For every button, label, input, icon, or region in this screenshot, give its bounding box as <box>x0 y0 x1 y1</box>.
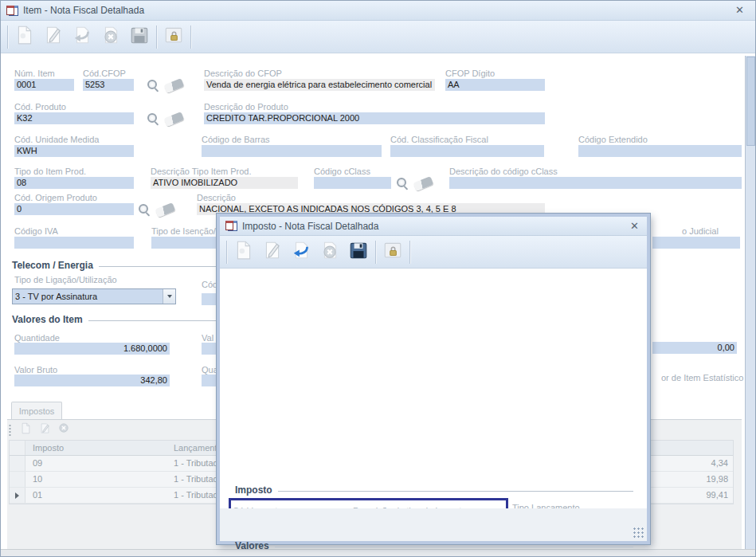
quantidade-label: Quantidade <box>14 333 60 343</box>
close-icon[interactable]: ✕ <box>630 220 639 232</box>
save-button[interactable] <box>125 23 154 50</box>
section-valores-item: Valores do Item <box>12 314 217 325</box>
valor-direita-field[interactable]: 0,00 <box>652 342 737 354</box>
cfop-digito-field[interactable]: AA <box>445 79 545 91</box>
grid-edit-button[interactable] <box>37 422 53 437</box>
cod-origem-label: Cód. Origem Produto <box>14 193 97 202</box>
tipo-isencao-label: Tipo de Isenção/ <box>151 226 216 236</box>
new-document-icon <box>14 25 35 49</box>
qua-partial-label: Qua <box>202 365 218 375</box>
val-partial-label: Val <box>202 333 213 343</box>
grid-header-selector <box>10 441 25 455</box>
cod-partial-label: Cód <box>202 280 217 289</box>
eraser-icon[interactable] <box>413 176 433 191</box>
tipo-isencao-field[interactable] <box>151 237 217 249</box>
resize-grip[interactable] <box>633 527 644 538</box>
qua-partial-field[interactable] <box>202 375 217 386</box>
undo-arrow-icon <box>291 240 311 264</box>
processo-judicial-field[interactable] <box>652 237 740 249</box>
num-item-field[interactable]: 0001 <box>14 79 74 91</box>
cod-produto-field[interactable]: K32 <box>14 112 134 124</box>
search-icon[interactable] <box>147 112 160 126</box>
new-button[interactable] <box>229 238 258 265</box>
search-icon[interactable] <box>147 79 160 92</box>
window-title: Item - Nota Fiscal Detalhada <box>23 5 144 16</box>
modal-title: Imposto - Nota Fiscal Detalhada <box>242 221 378 232</box>
cod-extendido-field[interactable] <box>578 145 742 157</box>
undo-button[interactable] <box>68 23 96 50</box>
cod-cfop-label: Cód.CFOP <box>83 69 126 78</box>
cancel-button[interactable] <box>315 238 344 265</box>
tipo-item-label: Tipo do Item Prod. <box>14 167 86 176</box>
grid-delete-button[interactable] <box>56 422 72 437</box>
cclass-field[interactable] <box>314 177 391 189</box>
toolbar-separator <box>7 25 8 49</box>
toolbar-separator <box>190 25 191 49</box>
cfop-digito-label: CFOP Dígito <box>445 69 495 78</box>
desc-tipo-item-label: Descrição Tipo Item Prod. <box>151 167 252 176</box>
close-icon[interactable]: ✕ <box>735 4 744 16</box>
new-button[interactable] <box>10 23 39 50</box>
descricao-origem-label: Descrição <box>197 193 236 202</box>
codigo-barras-field[interactable] <box>202 145 382 157</box>
modal-bottom-strip <box>220 508 647 541</box>
desc-produto-field[interactable]: CREDITO TAR.PROPORCIONAL 2000 <box>204 112 545 124</box>
cclass-label: Código cClass <box>314 167 370 176</box>
eraser-icon[interactable] <box>164 78 184 93</box>
edit-button[interactable] <box>39 23 68 50</box>
codigo-barras-label: Código de Barras <box>202 135 270 144</box>
edit-button[interactable] <box>258 238 287 265</box>
save-floppy-icon <box>348 240 369 264</box>
toolbar-separator <box>409 241 410 264</box>
cod-origem-field[interactable]: 0 <box>14 203 134 215</box>
desc-cfop-label: Descrição do CFOP <box>204 69 282 78</box>
grid-header-valor[interactable] <box>649 441 733 455</box>
vertical-scrollbar[interactable] <box>745 56 756 549</box>
tipo-ligacao-combo[interactable]: 3 - TV por Assinatura <box>12 288 176 304</box>
cancel-button[interactable] <box>96 23 125 50</box>
tipo-ligacao-label: Tipo de Ligação/Utilização <box>14 275 117 284</box>
tab-impostos[interactable]: Impostos <box>11 402 62 420</box>
quantidade-field[interactable]: 1.680,0000 <box>14 343 170 355</box>
save-button[interactable] <box>344 238 373 265</box>
tipo-item-field[interactable]: 08 <box>14 177 134 189</box>
undo-button[interactable] <box>287 238 315 265</box>
scrollbar-thumb[interactable] <box>746 57 755 146</box>
item-window-titlebar[interactable]: Item - Nota Fiscal Detalhada <box>1 1 755 21</box>
toolbar-separator <box>375 241 376 264</box>
chevron-down-icon <box>167 295 172 298</box>
cod-partial-field[interactable] <box>202 293 217 305</box>
cod-unidade-label: Cód. Unidade Medida <box>14 135 99 144</box>
form-icon <box>6 6 18 16</box>
cod-unidade-field[interactable]: KWH <box>14 145 134 157</box>
toolbar-separator <box>156 25 157 49</box>
valor-bruto-field[interactable]: 342,80 <box>14 375 170 386</box>
grid-new-button[interactable] <box>18 422 33 437</box>
current-row-marker-icon <box>15 492 19 499</box>
imposto-window: Imposto - Nota Fiscal Detalhada ✕ Impost… <box>217 214 650 544</box>
toolbar-separator <box>226 241 227 264</box>
save-floppy-icon <box>129 25 150 49</box>
lock-button[interactable] <box>159 23 188 50</box>
search-icon[interactable] <box>396 177 409 190</box>
toolbar-grip-icon[interactable] <box>9 424 11 436</box>
imposto-window-titlebar[interactable]: Imposto - Nota Fiscal Detalhada <box>220 217 647 236</box>
search-icon[interactable] <box>138 203 151 217</box>
lock-button[interactable] <box>378 238 407 265</box>
desc-cclass-field[interactable] <box>449 177 742 189</box>
val-partial-field[interactable] <box>202 343 217 355</box>
section-valores: Valores <box>235 540 633 551</box>
eraser-icon[interactable] <box>164 112 184 127</box>
grid-header-imposto[interactable]: Imposto <box>25 441 170 455</box>
edit-pencil-icon <box>262 240 283 264</box>
edit-pencil-icon <box>39 422 51 437</box>
eraser-icon[interactable] <box>155 202 175 218</box>
edit-pencil-icon <box>43 25 64 49</box>
valor-bruto-label: Valor Bruto <box>14 365 57 375</box>
combo-arrow-button[interactable] <box>163 289 175 304</box>
cod-cfop-field[interactable]: 5253 <box>83 79 134 91</box>
codigo-iva-field[interactable] <box>14 237 134 249</box>
section-imposto: Imposto <box>235 484 633 496</box>
class-fiscal-field[interactable] <box>390 145 544 157</box>
desc-tipo-item-field: ATIVO IMOBILIZADO <box>151 177 298 189</box>
